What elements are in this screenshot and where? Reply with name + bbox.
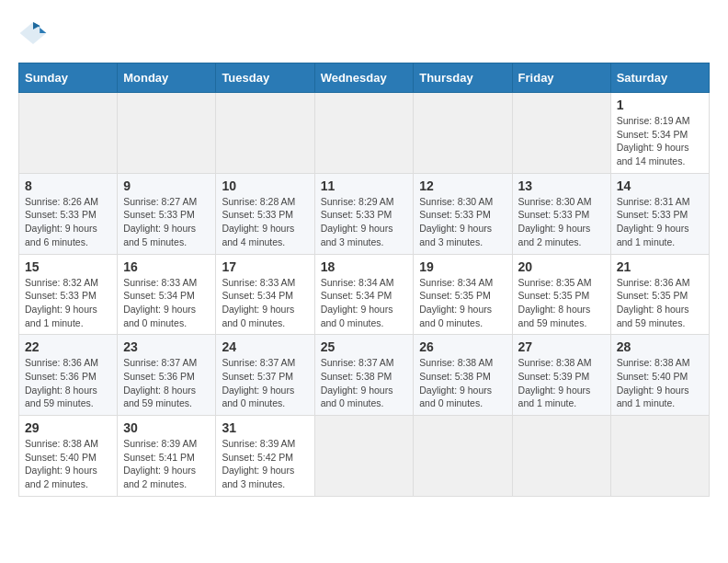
- calendar-day-cell: 27 Sunrise: 8:38 AMSunset: 5:39 PMDaylig…: [512, 335, 610, 416]
- day-info: Sunrise: 8:37 AMSunset: 5:38 PMDaylight:…: [321, 356, 408, 410]
- day-number: 12: [419, 178, 506, 193]
- day-info: Sunrise: 8:38 AMSunset: 5:39 PMDaylight:…: [518, 356, 605, 410]
- calendar-table: SundayMondayTuesdayWednesdayThursdayFrid…: [18, 63, 710, 497]
- day-number: 19: [419, 259, 506, 274]
- calendar-day-cell: 12 Sunrise: 8:30 AMSunset: 5:33 PMDaylig…: [414, 173, 512, 254]
- calendar-day-header: Friday: [512, 63, 610, 93]
- day-info: Sunrise: 8:29 AMSunset: 5:33 PMDaylight:…: [321, 195, 408, 249]
- calendar-day-cell: 23 Sunrise: 8:37 AMSunset: 5:36 PMDaylig…: [118, 335, 216, 416]
- calendar-day-cell: 9 Sunrise: 8:27 AMSunset: 5:33 PMDayligh…: [118, 173, 216, 254]
- calendar-day-header: Wednesday: [314, 63, 414, 93]
- day-info: Sunrise: 8:26 AMSunset: 5:33 PMDaylight:…: [25, 195, 111, 249]
- day-number: 1: [617, 98, 703, 112]
- day-number: 25: [321, 339, 408, 354]
- page-header: [18, 18, 710, 48]
- calendar-day-cell: 19 Sunrise: 8:34 AMSunset: 5:35 PMDaylig…: [414, 254, 512, 335]
- calendar-day-header: Saturday: [610, 63, 709, 93]
- calendar-day-cell: 24 Sunrise: 8:37 AMSunset: 5:37 PMDaylig…: [216, 335, 314, 416]
- day-number: 15: [25, 259, 111, 274]
- calendar-day-cell: 14 Sunrise: 8:31 AMSunset: 5:33 PMDaylig…: [610, 173, 709, 254]
- day-info: Sunrise: 8:34 AMSunset: 5:35 PMDaylight:…: [419, 276, 506, 330]
- day-number: 11: [321, 178, 408, 193]
- day-number: 23: [123, 339, 210, 354]
- day-number: 10: [222, 178, 308, 193]
- calendar-day-header: Sunday: [19, 63, 118, 93]
- calendar-day-cell: [314, 416, 414, 497]
- calendar-day-header: Tuesday: [216, 63, 314, 93]
- day-number: 18: [321, 259, 408, 274]
- calendar-day-cell: 16 Sunrise: 8:33 AMSunset: 5:34 PMDaylig…: [118, 254, 216, 335]
- calendar-day-cell: 13 Sunrise: 8:30 AMSunset: 5:33 PMDaylig…: [512, 173, 610, 254]
- day-number: 24: [222, 339, 308, 354]
- day-info: Sunrise: 8:35 AMSunset: 5:35 PMDaylight:…: [518, 276, 605, 330]
- calendar-day-cell: [216, 93, 314, 174]
- day-info: Sunrise: 8:38 AMSunset: 5:38 PMDaylight:…: [419, 356, 506, 410]
- day-info: Sunrise: 8:33 AMSunset: 5:34 PMDaylight:…: [123, 276, 210, 330]
- day-info: Sunrise: 8:36 AMSunset: 5:35 PMDaylight:…: [617, 276, 703, 330]
- day-info: Sunrise: 8:38 AMSunset: 5:40 PMDaylight:…: [25, 437, 111, 491]
- calendar-day-cell: [414, 93, 512, 174]
- calendar-week-row: 29 Sunrise: 8:38 AMSunset: 5:40 PMDaylig…: [19, 416, 710, 497]
- calendar-week-row: 8 Sunrise: 8:26 AMSunset: 5:33 PMDayligh…: [19, 173, 710, 254]
- day-info: Sunrise: 8:33 AMSunset: 5:34 PMDaylight:…: [222, 276, 308, 330]
- calendar-day-cell: [512, 416, 610, 497]
- logo: [18, 18, 51, 48]
- calendar-day-header: Thursday: [414, 63, 512, 93]
- day-number: 22: [25, 339, 111, 354]
- day-number: 26: [419, 339, 506, 354]
- calendar-day-cell: [19, 93, 118, 174]
- calendar-week-row: 1 Sunrise: 8:19 AMSunset: 5:34 PMDayligh…: [19, 93, 710, 174]
- calendar-day-cell: 21 Sunrise: 8:36 AMSunset: 5:35 PMDaylig…: [610, 254, 709, 335]
- day-number: 27: [518, 339, 605, 354]
- day-number: 31: [222, 420, 308, 435]
- calendar-day-cell: 28 Sunrise: 8:38 AMSunset: 5:40 PMDaylig…: [610, 335, 709, 416]
- day-info: Sunrise: 8:30 AMSunset: 5:33 PMDaylight:…: [518, 195, 605, 249]
- calendar-day-cell: 30 Sunrise: 8:39 AMSunset: 5:41 PMDaylig…: [118, 416, 216, 497]
- day-info: Sunrise: 8:27 AMSunset: 5:33 PMDaylight:…: [123, 195, 210, 249]
- calendar-day-cell: [118, 93, 216, 174]
- calendar-day-cell: 18 Sunrise: 8:34 AMSunset: 5:34 PMDaylig…: [314, 254, 414, 335]
- calendar-day-cell: 26 Sunrise: 8:38 AMSunset: 5:38 PMDaylig…: [414, 335, 512, 416]
- calendar-day-cell: [314, 93, 414, 174]
- logo-icon: [18, 18, 48, 48]
- day-info: Sunrise: 8:28 AMSunset: 5:33 PMDaylight:…: [222, 195, 308, 249]
- day-number: 16: [123, 259, 210, 274]
- day-number: 9: [123, 178, 210, 193]
- day-number: 20: [518, 259, 605, 274]
- day-number: 17: [222, 259, 308, 274]
- day-info: Sunrise: 8:19 AMSunset: 5:34 PMDaylight:…: [617, 114, 703, 168]
- calendar-day-cell: 22 Sunrise: 8:36 AMSunset: 5:36 PMDaylig…: [19, 335, 118, 416]
- calendar-day-header: Monday: [118, 63, 216, 93]
- calendar-header-row: SundayMondayTuesdayWednesdayThursdayFrid…: [19, 63, 710, 93]
- calendar-day-cell: 25 Sunrise: 8:37 AMSunset: 5:38 PMDaylig…: [314, 335, 414, 416]
- calendar-day-cell: [610, 416, 709, 497]
- day-info: Sunrise: 8:32 AMSunset: 5:33 PMDaylight:…: [25, 276, 111, 330]
- calendar-day-cell: 11 Sunrise: 8:29 AMSunset: 5:33 PMDaylig…: [314, 173, 414, 254]
- day-number: 13: [518, 178, 605, 193]
- calendar-week-row: 15 Sunrise: 8:32 AMSunset: 5:33 PMDaylig…: [19, 254, 710, 335]
- calendar-day-cell: 1 Sunrise: 8:19 AMSunset: 5:34 PMDayligh…: [610, 93, 709, 174]
- day-info: Sunrise: 8:36 AMSunset: 5:36 PMDaylight:…: [25, 356, 111, 410]
- calendar-day-cell: 17 Sunrise: 8:33 AMSunset: 5:34 PMDaylig…: [216, 254, 314, 335]
- day-info: Sunrise: 8:34 AMSunset: 5:34 PMDaylight:…: [321, 276, 408, 330]
- day-info: Sunrise: 8:38 AMSunset: 5:40 PMDaylight:…: [617, 356, 703, 410]
- day-info: Sunrise: 8:39 AMSunset: 5:42 PMDaylight:…: [222, 437, 308, 491]
- day-number: 8: [25, 178, 111, 193]
- calendar-day-cell: [414, 416, 512, 497]
- day-number: 28: [617, 339, 703, 354]
- calendar-day-cell: 15 Sunrise: 8:32 AMSunset: 5:33 PMDaylig…: [19, 254, 118, 335]
- calendar-day-cell: 20 Sunrise: 8:35 AMSunset: 5:35 PMDaylig…: [512, 254, 610, 335]
- day-info: Sunrise: 8:30 AMSunset: 5:33 PMDaylight:…: [419, 195, 506, 249]
- day-info: Sunrise: 8:37 AMSunset: 5:36 PMDaylight:…: [123, 356, 210, 410]
- calendar-day-cell: 31 Sunrise: 8:39 AMSunset: 5:42 PMDaylig…: [216, 416, 314, 497]
- day-number: 30: [123, 420, 210, 435]
- calendar-week-row: 22 Sunrise: 8:36 AMSunset: 5:36 PMDaylig…: [19, 335, 710, 416]
- calendar-day-cell: 8 Sunrise: 8:26 AMSunset: 5:33 PMDayligh…: [19, 173, 118, 254]
- calendar-day-cell: 10 Sunrise: 8:28 AMSunset: 5:33 PMDaylig…: [216, 173, 314, 254]
- calendar-day-cell: 29 Sunrise: 8:38 AMSunset: 5:40 PMDaylig…: [19, 416, 118, 497]
- calendar-day-cell: [512, 93, 610, 174]
- day-info: Sunrise: 8:39 AMSunset: 5:41 PMDaylight:…: [123, 437, 210, 491]
- day-number: 29: [25, 420, 111, 435]
- day-info: Sunrise: 8:37 AMSunset: 5:37 PMDaylight:…: [222, 356, 308, 410]
- day-info: Sunrise: 8:31 AMSunset: 5:33 PMDaylight:…: [617, 195, 703, 249]
